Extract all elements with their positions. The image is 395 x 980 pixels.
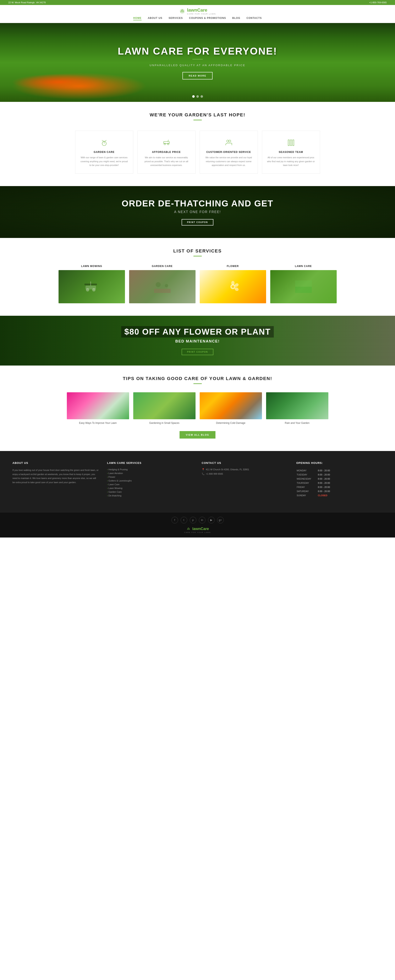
service-title-3: LAWN CARE: [270, 265, 337, 267]
footer-hours: OPENING HOURS: MONDAY 8:00 - 20:00 TUESD…: [296, 461, 382, 498]
footer-about-heading: ABOUT US: [13, 461, 99, 465]
feature-title-customer: CUSTOMER-ORIENTED SERVICE: [204, 151, 253, 154]
blog-image-2[interactable]: [200, 392, 262, 419]
feature-title-team: SEASONED TEAM: [266, 151, 316, 154]
svg-rect-26: [295, 287, 312, 293]
lawn-care-image-icon: [295, 280, 312, 293]
footer-service-3: Gutters & Lavestoughs: [107, 479, 193, 482]
garden-care-icon: [99, 137, 109, 148]
social-pinterest[interactable]: p: [190, 517, 196, 523]
svg-point-22: [231, 281, 234, 285]
services-grid: LAWN MOWING GARDEN CARE: [13, 265, 382, 303]
hours-time-2: 8:00 - 20:00: [318, 477, 382, 480]
logo-icon: [179, 8, 185, 14]
hours-day-3: THURSDAY: [296, 481, 317, 485]
features-grid: GARDEN CARE With our range of lawn & gar…: [0, 129, 395, 186]
footer-hours-heading: OPENING HOURS:: [296, 461, 382, 465]
feature-card-garden: GARDEN CARE With our range of lawn & gar…: [75, 131, 133, 173]
top-bar: 22 W. Mock Road Raleigh, VA 34278 +1-800…: [0, 0, 395, 5]
promo-2-title: $80 OFF ANY FLOWER OR PLANT: [121, 326, 274, 337]
hours-table: MONDAY 8:00 - 20:00 TUESDAY 8:00 - 20:00…: [296, 468, 382, 498]
svg-rect-11: [293, 140, 294, 146]
hero-dot-2[interactable]: [196, 95, 199, 98]
header: lawnCare CARE FOR YOUR LAWN HOME ABOUT U…: [0, 5, 395, 23]
nav: HOME ABOUT US SERVICES COUPONS & PROMOTI…: [133, 17, 262, 20]
hours-row-wednesday: WEDNESDAY 8:00 - 20:00: [296, 477, 382, 480]
nav-coupons[interactable]: COUPONS & PROMOTIONS: [189, 17, 226, 20]
svg-point-13: [86, 288, 89, 291]
svg-point-4: [164, 143, 166, 145]
service-garden-care: GARDEN CARE: [129, 265, 196, 303]
feature-title-garden: GARDEN CARE: [80, 151, 129, 154]
blog-grid: Easy Ways To Improve Your Lawn Gardening…: [13, 392, 382, 425]
footer-service-0: Hedging & Pruning: [107, 468, 193, 471]
blog-image-1[interactable]: [133, 392, 196, 419]
nav-contacts[interactable]: CONTACTS: [247, 17, 262, 20]
blog-section: TIPS ON TAKING GOOD CARE OF YOUR LAWN & …: [0, 366, 395, 451]
blog-title-2: Determining Cold Damage: [200, 422, 262, 425]
feature-desc-customer: We value the service we provide and our …: [204, 156, 253, 167]
footer-tagline: CARE FOR YOUR LAWN: [184, 531, 211, 533]
social-facebook[interactable]: f: [172, 517, 178, 523]
hours-time-4: 8:00 - 20:00: [318, 485, 382, 489]
feature-desc-garden: With our range of lawn & garden care ser…: [80, 156, 129, 167]
features-header: WE'RE YOUR GARDEN'S LAST HOPE!: [0, 102, 395, 129]
footer-contact-address: 📍 411 W Church St #200, Orlando, FL 3280…: [202, 468, 288, 471]
promo-banner-2: $80 OFF ANY FLOWER OR PLANT BED MAINTENA…: [0, 316, 395, 366]
footer-logo-icon: [186, 527, 191, 531]
footer-service-1: Lawn Aeration: [107, 472, 193, 474]
nav-home[interactable]: HOME: [133, 17, 142, 20]
hours-row-monday: MONDAY 8:00 - 20:00: [296, 469, 382, 473]
social-youtube[interactable]: ▶: [208, 517, 215, 523]
social-instagram[interactable]: in: [199, 517, 205, 523]
footer-services-heading: LAWN CARE SERVICES: [107, 461, 193, 465]
hours-time-3: 8:00 - 20:00: [318, 481, 382, 485]
nav-about[interactable]: ABOUT US: [148, 17, 162, 20]
svg-point-7: [227, 140, 229, 142]
nav-services[interactable]: SERVICES: [169, 17, 183, 20]
footer-service-7: De-thatching: [107, 494, 193, 497]
nav-blog[interactable]: BLOG: [232, 17, 241, 20]
footer-grid: ABOUT US If you love walking out of your…: [13, 461, 382, 498]
hero-dot-3[interactable]: [201, 95, 203, 98]
footer-about-text: If you love walking out of your house fr…: [13, 468, 99, 485]
services-section: LIST OF SERVICES LAWN MOWING GARDEN CARE: [0, 238, 395, 316]
blog-heading: TIPS ON TAKING GOOD CARE OF YOUR LAWN & …: [4, 376, 391, 381]
promo-2-subtitle: BED MAINTENANCE!: [175, 339, 220, 344]
footer-logo-name: lawnCare: [192, 527, 209, 531]
location-icon: 📍: [202, 468, 205, 471]
blog-image-3[interactable]: [266, 392, 328, 419]
feature-desc-team: All of our crew members are experienced …: [266, 156, 316, 167]
services-header: LIST OF SERVICES: [0, 238, 395, 265]
social-links: f t p in ▶ g+: [172, 517, 224, 523]
blog-image-0[interactable]: [67, 392, 129, 419]
hours-time-6: CLOSED: [318, 493, 382, 497]
svg-point-25: [232, 285, 234, 288]
hero-subtitle: UNPARALLELED QUALITY AT AN AFFORDABLE PR…: [118, 64, 277, 67]
logo-tagline: CARE FOR YOUR LAWN: [187, 13, 216, 15]
print-coupon-button-2[interactable]: PRINT COUPON: [182, 349, 213, 355]
logo-name: lawnCare: [187, 8, 216, 13]
service-lawn-mowing: LAWN MOWING: [59, 265, 125, 303]
svg-line-6: [168, 140, 169, 142]
garden-care-image-icon: [154, 280, 170, 293]
social-twitter[interactable]: t: [181, 517, 187, 523]
view-all-blog-button[interactable]: VIEW ALL BLOG: [180, 431, 215, 439]
hours-day-1: TUESDAY: [296, 473, 317, 477]
services-divider: [193, 256, 202, 256]
footer-contact-phone: 📞 +1 800 999 6565: [202, 473, 288, 475]
blog-header: TIPS ON TAKING GOOD CARE OF YOUR LAWN & …: [0, 366, 395, 392]
footer-services: LAWN CARE SERVICES Hedging & Pruning Law…: [107, 461, 193, 498]
footer-service-2: Flower: [107, 476, 193, 478]
service-image-3: [270, 270, 337, 303]
social-google[interactable]: g+: [217, 517, 224, 523]
print-coupon-button-1[interactable]: PRINT COUPON: [182, 219, 213, 226]
hero-dot-1[interactable]: [192, 95, 195, 98]
blog-title-0: Easy Ways To Improve Your Lawn: [67, 422, 129, 425]
service-title-2: FLOWER: [200, 265, 266, 267]
hours-row-sunday: SUNDAY CLOSED: [296, 493, 382, 497]
hero-read-more-button[interactable]: READ MORE: [182, 72, 213, 80]
hours-day-6: SUNDAY: [296, 493, 317, 497]
service-flower: FLOWER: [200, 265, 266, 303]
hero-divider: [193, 59, 203, 60]
